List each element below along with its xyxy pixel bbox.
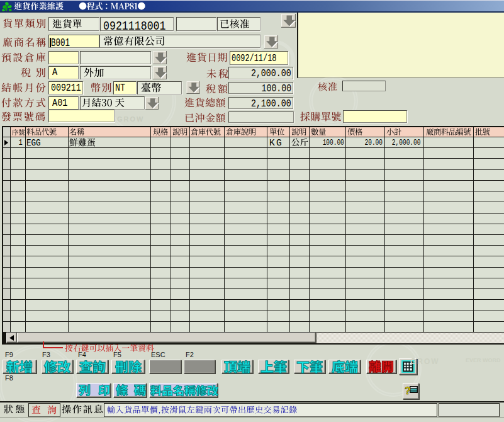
svg-text:?: ?	[405, 385, 411, 396]
